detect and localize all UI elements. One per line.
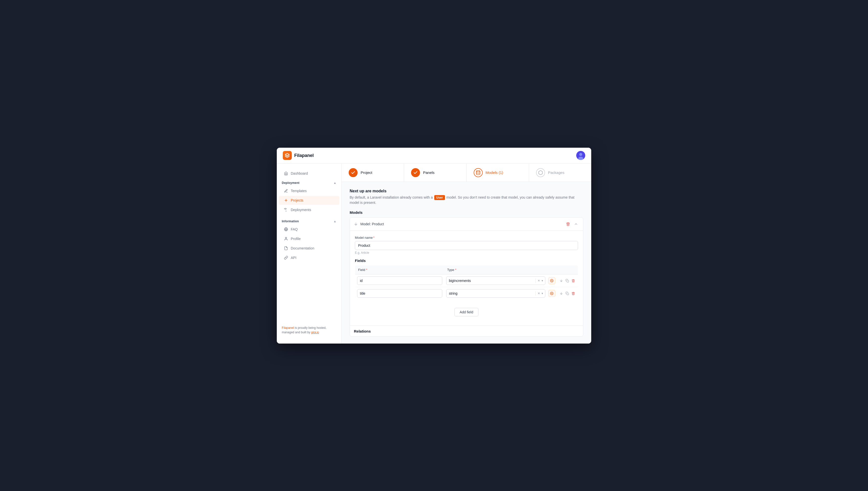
clear-icon-1[interactable]: ✕ <box>537 279 541 283</box>
model-name-group: Model name* E.g. Article <box>355 236 578 255</box>
svg-rect-17 <box>567 293 569 295</box>
chevron-down-icon-2[interactable]: ▾ <box>541 291 544 296</box>
sidebar-footer: Filapanel is proudly being hosted, manag… <box>277 322 341 339</box>
sidebar-item-label: Documentation <box>291 246 314 250</box>
content-body: Next up are models By default, a Laravel… <box>342 182 591 344</box>
step-models[interactable]: Models (1) <box>467 164 529 182</box>
step-project-circle <box>349 168 358 177</box>
reorder-button-1[interactable] <box>559 278 564 283</box>
row-actions-2 <box>557 291 576 296</box>
model-card: Model: Product <box>350 217 583 337</box>
step-models-circle <box>474 168 483 177</box>
type-select-wrapper-1: bigIncrements ✕ ▾ <box>446 277 545 285</box>
step-packages-circle <box>536 168 545 177</box>
add-field-row: Add field <box>355 304 578 320</box>
type-value-1: bigIncrements <box>446 277 535 285</box>
sidebar-item-deployments[interactable]: Deployments <box>279 205 340 214</box>
step-project[interactable]: Project <box>342 164 404 182</box>
header: Filapanel <box>277 148 591 164</box>
type-select-actions-1: ✕ ▾ <box>535 279 545 283</box>
svg-rect-14 <box>567 280 569 282</box>
layout: Dashboard Deployment ▲ Templates <box>277 164 591 344</box>
sidebar-item-label: Profile <box>291 237 301 241</box>
sidebar-item-projects[interactable]: Projects <box>279 196 340 205</box>
gear-button-2[interactable] <box>548 290 555 297</box>
sort-icon <box>354 222 358 226</box>
type-select-wrapper-2: string ✕ ▾ <box>446 289 545 298</box>
gear-button-1[interactable] <box>548 277 555 284</box>
table-row: bigIncrements ✕ ▾ <box>355 274 578 287</box>
fields-table: Field * Type * <box>355 265 578 300</box>
brand-name: Filapanel <box>294 153 314 158</box>
sidebar-item-templates[interactable]: Templates <box>279 186 340 195</box>
table-row: string ✕ ▾ <box>355 287 578 300</box>
delete-model-button[interactable] <box>565 221 571 227</box>
intro-title: Next up are models <box>350 189 583 193</box>
model-name-input[interactable] <box>355 241 578 250</box>
model-name-title: Model: Product <box>360 222 384 226</box>
field-name-input-1[interactable] <box>357 277 442 285</box>
sidebar-item-api[interactable]: API <box>279 253 340 262</box>
clear-icon-2[interactable]: ✕ <box>537 291 541 296</box>
avatar[interactable] <box>576 151 585 160</box>
step-panels-label: Panels <box>423 170 434 175</box>
step-packages-label: Packages <box>548 170 565 175</box>
main-content: Project Panels <box>342 164 591 344</box>
duplicate-button-2[interactable] <box>565 291 570 296</box>
sidebar-item-documentation[interactable]: Documentation <box>279 244 340 253</box>
svg-point-5 <box>286 211 286 211</box>
fields-label: Fields <box>355 258 578 263</box>
sidebar-section-deployment: Deployment ▲ <box>277 178 341 186</box>
step-models-label: Models (1) <box>486 170 503 175</box>
svg-point-1 <box>579 153 582 156</box>
row-actions-1 <box>557 278 576 283</box>
duplicate-button-1[interactable] <box>565 278 570 283</box>
link-icon <box>284 256 288 260</box>
sidebar-item-dashboard[interactable]: Dashboard <box>279 169 340 178</box>
sidebar-item-faq[interactable]: FAQ <box>279 225 340 234</box>
section-intro: Next up are models By default, a Laravel… <box>350 189 583 205</box>
sidebar-item-label: API <box>291 256 296 260</box>
sidebar-item-label: Dashboard <box>291 171 308 175</box>
user-icon <box>284 236 288 241</box>
chevron-up-icon: ▲ <box>334 220 337 223</box>
svg-point-9 <box>476 170 480 172</box>
model-card-actions <box>565 221 579 227</box>
model-name-label: Model name* <box>355 236 578 239</box>
delete-field-button-2[interactable] <box>571 291 576 296</box>
models-label: Models <box>350 210 363 218</box>
app-window: Filapanel Dashboard <box>277 148 591 344</box>
step-project-label: Project <box>360 170 372 175</box>
delete-field-button-1[interactable] <box>571 278 576 283</box>
user-badge: User <box>434 195 445 200</box>
sidebar-item-label: Deployments <box>291 208 311 212</box>
relations-header: Relations <box>350 325 583 336</box>
sidebar-item-profile[interactable]: Profile <box>279 234 340 243</box>
type-select-actions-2: ✕ ▾ <box>535 291 545 296</box>
reorder-button-2[interactable] <box>559 291 564 296</box>
step-packages[interactable]: Packages <box>529 164 591 182</box>
ploi-link[interactable]: ploi.io <box>311 330 319 334</box>
signal-icon <box>284 208 288 212</box>
file-icon <box>284 246 288 251</box>
home-icon <box>284 171 288 176</box>
model-name-hint: E.g. Article <box>355 251 578 255</box>
brand-logo <box>283 151 292 160</box>
sidebar: Dashboard Deployment ▲ Templates <box>277 164 342 344</box>
fields-group: Fields Field * Type * <box>355 258 578 300</box>
step-panels[interactable]: Panels <box>404 164 466 182</box>
sidebar-section-information: Information ▲ <box>277 216 341 225</box>
add-field-button[interactable]: Add field <box>455 308 479 316</box>
intro-desc: By default, a Laravel installation alrea… <box>350 195 583 205</box>
chevron-up-icon: ▲ <box>334 181 337 184</box>
brand: Filapanel <box>283 151 314 160</box>
model-card-header: Model: Product <box>350 218 583 231</box>
sidebar-item-label: FAQ <box>291 227 298 231</box>
pen-icon <box>284 189 288 193</box>
chevron-down-icon-1[interactable]: ▾ <box>541 279 544 283</box>
type-value-2: string <box>446 289 535 297</box>
svg-point-15 <box>551 293 552 294</box>
field-name-input-2[interactable] <box>357 289 442 298</box>
collapse-model-button[interactable] <box>573 221 579 227</box>
sidebar-item-label: Templates <box>291 189 307 193</box>
